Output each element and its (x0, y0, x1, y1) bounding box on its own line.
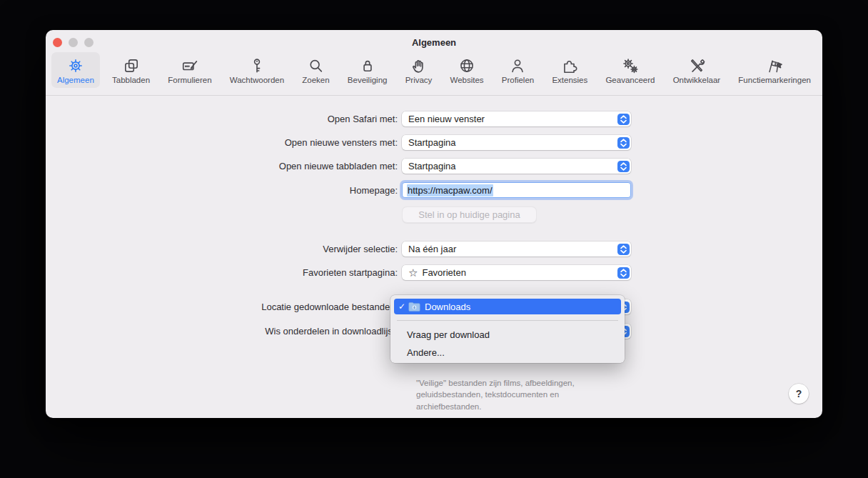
label-download-location: Locatie gedownloade bestanden: (46, 302, 398, 312)
popup-value: Na één jaar (408, 244, 456, 254)
lock-icon (359, 55, 376, 74)
tab-label: Ontwikkelaar (673, 76, 720, 84)
checkmark-icon: ✓ (395, 302, 408, 312)
popup-chevrons-icon (617, 161, 630, 172)
form-pencil-icon (181, 55, 198, 74)
tab-label: Tabbladen (112, 76, 150, 84)
favorites-popup[interactable]: ☆ Favorieten (402, 265, 631, 280)
label-favorites-start: Favorieten startpagina: (46, 267, 398, 278)
popup-value: Een nieuw venster (408, 114, 485, 124)
menu-item-other[interactable]: Andere... (390, 344, 625, 362)
safe-files-note: "Veilige" bestanden zijn films, afbeeldi… (416, 377, 613, 412)
tab-tabbladen[interactable]: Tabbladen (106, 52, 156, 88)
tab-ontwikkelaar[interactable]: Ontwikkelaar (667, 52, 726, 88)
new-tabs-popup[interactable]: Startpagina (402, 159, 631, 174)
toolbar-divider (46, 95, 822, 96)
tab-label: Wachtwoorden (230, 76, 284, 84)
popup-chevrons-icon (617, 244, 630, 255)
tab-label: Zoeken (302, 76, 329, 84)
person-icon (509, 55, 526, 74)
help-button[interactable]: ? (789, 384, 809, 404)
tab-label: Privacy (405, 76, 433, 84)
homepage-field[interactable]: https://macpaw.com/ (402, 182, 631, 198)
gear-icon (67, 55, 84, 74)
menu-item-downloads[interactable]: ✓ Downloads (394, 299, 621, 314)
menu-separator (397, 320, 618, 321)
tab-beveiliging[interactable]: Beveiliging (342, 52, 393, 88)
menu-item-label: Downloads (425, 302, 470, 312)
open-safari-popup[interactable]: Een nieuw venster (402, 111, 631, 126)
downloads-folder-icon (408, 302, 420, 312)
download-location-menu: ✓ Downloads Vraag per download Andere... (390, 295, 625, 363)
tab-label: Algemeen (57, 76, 94, 84)
safari-preferences-window: Algemeen AlgemeenTabbladenFormulierenWac… (46, 30, 822, 418)
tab-extensies[interactable]: Extensies (546, 52, 593, 88)
tab-geavanceerd[interactable]: Geavanceerd (600, 52, 660, 88)
popup-chevrons-icon (617, 267, 630, 279)
tab-zoeken[interactable]: Zoeken (296, 52, 335, 88)
tools-icon (688, 55, 705, 74)
tab-privacy[interactable]: Privacy (400, 52, 438, 88)
tab-label: Formulieren (168, 76, 211, 84)
tab-label: Beveiliging (348, 76, 388, 84)
tab-formulieren[interactable]: Formulieren (162, 52, 217, 88)
tab-label: Websites (450, 76, 484, 84)
label-homepage: Homepage: (46, 185, 398, 196)
popup-value: Startpagina (408, 137, 456, 148)
label-new-windows: Open nieuwe vensters met: (46, 137, 398, 148)
tab-wachtwoorden[interactable]: Wachtwoorden (224, 52, 290, 88)
tab-label: Geavanceerd (605, 76, 655, 84)
puzzle-icon (561, 55, 578, 74)
tab-algemeen[interactable]: Algemeen (51, 52, 100, 88)
popup-chevrons-icon (617, 137, 630, 149)
globe-icon (458, 55, 475, 74)
tab-label: Extensies (552, 76, 587, 84)
selected-text: https://macpaw.com/ (407, 184, 493, 196)
tab-profielen[interactable]: Profielen (496, 52, 540, 88)
tab-websites[interactable]: Websites (445, 52, 490, 88)
tabs-icon (123, 55, 140, 74)
tab-label: Functiemarkeringen (738, 76, 811, 84)
tab-label: Profielen (502, 76, 534, 84)
popup-value: Startpagina (408, 161, 456, 171)
set-to-current-page-button[interactable]: Stel in op huidige pagina (402, 206, 537, 223)
menu-item-ask-per-download[interactable]: Vraag per download (390, 326, 625, 344)
window-title: Algemeen (46, 37, 822, 48)
popup-value: Favorieten (422, 267, 465, 278)
label-remove-history: Verwijder selectie: (46, 244, 398, 254)
key-icon (248, 55, 266, 74)
toolbar: AlgemeenTabbladenFormulierenWachtwoorden… (51, 52, 817, 92)
flags-icon (766, 55, 783, 74)
label-clear-downloads: Wis onderdelen in downloadlijst: (46, 326, 398, 337)
label-open-safari: Open Safari met: (46, 114, 398, 124)
hand-icon (410, 55, 427, 74)
label-new-tabs: Open nieuwe tabbladen met: (46, 161, 398, 171)
new-windows-popup[interactable]: Startpagina (402, 135, 631, 150)
popup-chevrons-icon (617, 114, 630, 125)
search-icon (307, 55, 324, 74)
gears-icon (622, 55, 639, 74)
star-icon: ☆ (408, 267, 418, 278)
remove-history-popup[interactable]: Na één jaar (402, 242, 631, 257)
tab-functiemarkeringen[interactable]: Functiemarkeringen (732, 52, 817, 88)
